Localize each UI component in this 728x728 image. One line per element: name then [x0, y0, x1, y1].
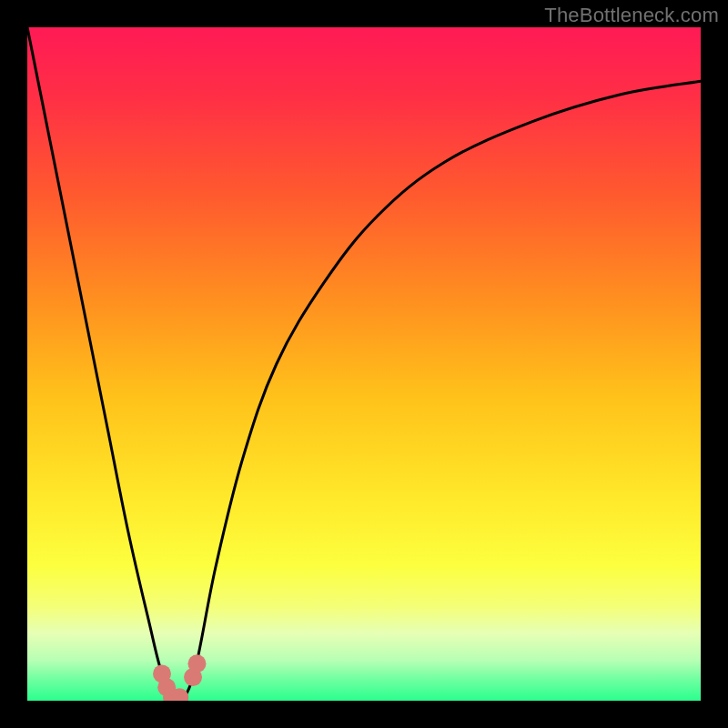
curve-layer: [27, 27, 701, 701]
plot-area: [27, 27, 701, 701]
data-marker: [187, 654, 206, 672]
data-markers: [153, 654, 206, 701]
bottleneck-curve: [27, 27, 701, 701]
watermark-text: TheBottleneck.com: [544, 4, 719, 27]
chart-frame: TheBottleneck.com: [0, 0, 728, 728]
